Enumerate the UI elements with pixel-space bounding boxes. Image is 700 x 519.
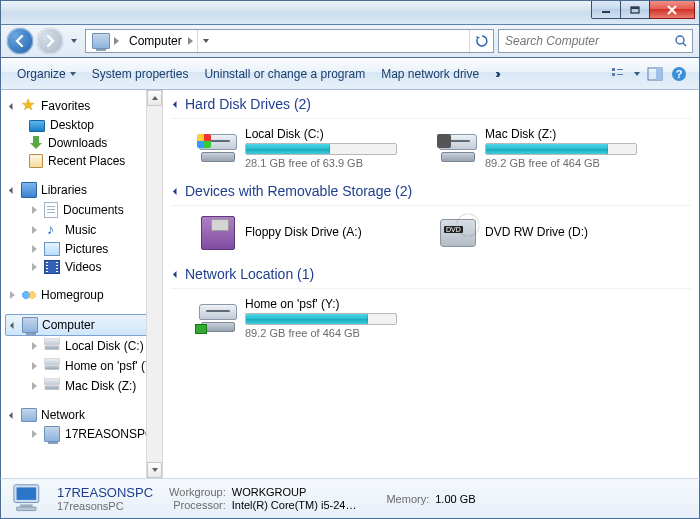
- recent-icon: [29, 154, 43, 168]
- nav-bar: Computer: [0, 24, 700, 58]
- window-maximize-button[interactable]: [620, 1, 650, 19]
- scroll-up-button[interactable]: [147, 90, 162, 106]
- svg-rect-0: [602, 11, 610, 13]
- svg-point-3: [676, 36, 684, 44]
- tree-label: Homegroup: [41, 288, 104, 302]
- preview-pane-button[interactable]: [644, 63, 666, 85]
- hdd-icon: [199, 134, 237, 162]
- address-bar[interactable]: Computer: [85, 29, 494, 53]
- section-removable-storage: Devices with Removable Storage (2) Flopp…: [171, 181, 691, 254]
- nav-history-dropdown[interactable]: [67, 28, 81, 54]
- network-icon: [21, 408, 37, 422]
- tree-item-music[interactable]: Music: [1, 220, 162, 240]
- tree-label: Favorites: [41, 99, 90, 113]
- toolbar-overflow-button[interactable]: [487, 62, 509, 85]
- tree-libraries-header[interactable]: Libraries: [1, 180, 162, 200]
- tree-item-mac-disk-z[interactable]: Mac Disk (Z:): [1, 376, 162, 396]
- tree-item-recent-places[interactable]: Recent Places: [1, 152, 162, 170]
- tree-item-label: Videos: [65, 260, 101, 274]
- address-refresh-button[interactable]: [469, 30, 493, 52]
- tree-item-label: Recent Places: [48, 154, 125, 168]
- section-header[interactable]: Network Location (1): [171, 264, 691, 289]
- svg-rect-6: [617, 69, 623, 70]
- details-name: 17REASONSPC: [57, 485, 153, 500]
- drive-subtitle: 89.2 GB free of 464 GB: [245, 327, 419, 339]
- floppy-icon: [201, 216, 235, 250]
- section-header[interactable]: Devices with Removable Storage (2): [171, 181, 691, 206]
- computer-icon: [92, 33, 110, 49]
- search-box[interactable]: [498, 29, 693, 53]
- scroll-track[interactable]: [147, 106, 162, 462]
- window-close-button[interactable]: [649, 1, 695, 19]
- tree-homegroup-header[interactable]: Homegroup: [1, 286, 162, 304]
- tree-label: Computer: [42, 318, 95, 332]
- capacity-bar: [245, 313, 397, 325]
- drive-name: DVD RW Drive (D:): [485, 225, 659, 239]
- address-segment-computer[interactable]: Computer: [123, 30, 197, 52]
- details-workgroup-label: Workgroup:: [169, 486, 226, 498]
- document-icon: [44, 202, 58, 218]
- tree-item-local-disk-c[interactable]: Local Disk (C:): [1, 336, 162, 356]
- tree-label: Libraries: [41, 183, 87, 197]
- map-network-drive-button[interactable]: Map network drive: [373, 63, 487, 85]
- nav-back-button[interactable]: [7, 28, 33, 54]
- chevron-right-icon: [114, 37, 119, 45]
- organize-menu[interactable]: Organize: [9, 63, 84, 85]
- svg-rect-13: [17, 487, 37, 499]
- details-memory-value: 1.00 GB: [435, 493, 475, 505]
- tree-network-header[interactable]: Network: [1, 406, 162, 424]
- dvd-drive-icon: DVD: [440, 219, 476, 247]
- uninstall-program-button[interactable]: Uninstall or change a program: [196, 63, 373, 85]
- sidebar-scrollbar[interactable]: [146, 90, 162, 478]
- tree-item-label: Local Disk (C:): [65, 339, 144, 353]
- desktop-icon: [29, 120, 45, 132]
- svg-rect-5: [612, 73, 615, 76]
- search-icon: [674, 34, 688, 48]
- section-hard-disk-drives: Hard Disk Drives (2) Local Disk (C:) 28.…: [171, 94, 691, 171]
- network-drive-icon: [199, 304, 237, 332]
- address-dropdown-button[interactable]: [197, 30, 215, 52]
- tree-item-documents[interactable]: Documents: [1, 200, 162, 220]
- tree-item-videos[interactable]: Videos: [1, 258, 162, 276]
- details-processor-label: Processor:: [169, 499, 226, 511]
- computer-thumb-icon: [11, 483, 47, 515]
- drive-tile-dvd-d[interactable]: DVD DVD RW Drive (D:): [439, 212, 659, 254]
- computer-icon: [22, 317, 38, 333]
- drive-tile-floppy-a[interactable]: Floppy Disk Drive (A:): [199, 212, 419, 254]
- section-title: Hard Disk Drives (2): [185, 96, 311, 112]
- address-segment-root[interactable]: [86, 30, 123, 52]
- drive-tile-home-psf-y[interactable]: Home on 'psf' (Y:) 89.2 GB free of 464 G…: [199, 295, 419, 341]
- section-title: Network Location (1): [185, 266, 314, 282]
- svg-rect-4: [612, 68, 615, 71]
- view-mode-button[interactable]: [608, 63, 642, 85]
- tree-item-network-pc[interactable]: 17REASONSPC: [1, 424, 162, 444]
- command-bar: Organize System properties Uninstall or …: [0, 58, 700, 90]
- tree-computer-header[interactable]: Computer: [5, 314, 158, 336]
- tree-item-home-psf-y[interactable]: Home on 'psf' (Y:): [1, 356, 162, 376]
- scroll-down-button[interactable]: [147, 462, 162, 478]
- details-memory-label: Memory:: [386, 493, 429, 505]
- tree-item-downloads[interactable]: Downloads: [1, 134, 162, 152]
- drive-tile-mac-disk-z[interactable]: Mac Disk (Z:) 89.2 GB free of 464 GB: [439, 125, 659, 171]
- chevrons-right-icon: [495, 66, 501, 81]
- section-network-location: Network Location (1) Home on 'psf' (Y:) …: [171, 264, 691, 341]
- tree-favorites-header[interactable]: ★Favorites: [1, 96, 162, 116]
- drive-name: Local Disk (C:): [245, 127, 419, 141]
- section-title: Devices with Removable Storage (2): [185, 183, 412, 199]
- search-input[interactable]: [505, 34, 674, 48]
- tree-item-pictures[interactable]: Pictures: [1, 240, 162, 258]
- tree-item-desktop[interactable]: Desktop: [1, 116, 162, 134]
- drive-tile-local-disk-c[interactable]: Local Disk (C:) 28.1 GB free of 63.9 GB: [199, 125, 419, 171]
- nav-forward-button[interactable]: [37, 28, 63, 54]
- navigation-tree: ★Favorites Desktop Downloads Recent Plac…: [1, 90, 163, 478]
- system-properties-button[interactable]: System properties: [84, 63, 197, 85]
- tree-item-label: Documents: [63, 203, 124, 217]
- map-network-label: Map network drive: [381, 67, 479, 81]
- drive-name: Home on 'psf' (Y:): [245, 297, 419, 311]
- tree-item-label: Music: [65, 223, 96, 237]
- hdd-icon: [439, 134, 477, 162]
- details-pane: 17REASONSPC 17reasonsPC Workgroup:WORKGR…: [0, 478, 700, 519]
- window-minimize-button[interactable]: [591, 1, 621, 19]
- section-header[interactable]: Hard Disk Drives (2): [171, 94, 691, 119]
- help-button[interactable]: ?: [668, 63, 690, 85]
